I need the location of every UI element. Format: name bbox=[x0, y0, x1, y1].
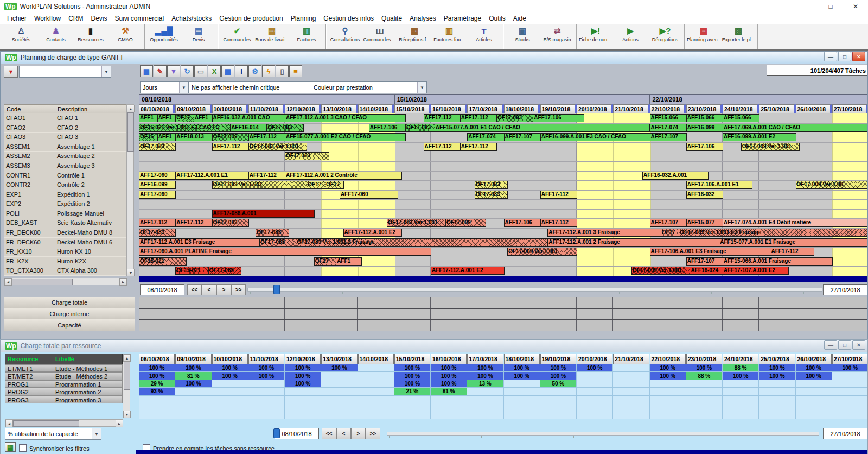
resource-row-code[interactable]: CFAO2 bbox=[4, 123, 55, 133]
gantt-bar[interactable]: OF17-083 bbox=[212, 219, 249, 227]
gantt-scroll-next-button[interactable]: > bbox=[216, 284, 231, 295]
resource-row-description[interactable]: Deckel-Maho DMU 6 bbox=[55, 238, 126, 248]
print-icon[interactable]: ▭ bbox=[194, 65, 207, 77]
scrollbar-thumb[interactable] bbox=[13, 420, 79, 427]
resource-row-description[interactable]: Expédition 2 bbox=[55, 199, 126, 209]
menu-aide[interactable]: Aide bbox=[509, 14, 530, 23]
document-icon[interactable]: ▯ bbox=[276, 65, 289, 77]
gantt-bar[interactable]: AFF17-074.A.001 E4 Débit matière bbox=[723, 219, 867, 227]
scroll-up-icon[interactable]: ▲ bbox=[123, 354, 131, 362]
close-button[interactable]: ✕ bbox=[852, 52, 865, 61]
gantt-bar[interactable]: OF15-021 bbox=[175, 267, 209, 275]
charge-scroll-last-button[interactable]: >> bbox=[366, 428, 380, 439]
charge-scroll-first-button[interactable]: << bbox=[322, 428, 336, 439]
gantt-bar[interactable]: AFF16-099.A.001 E2 bbox=[723, 133, 796, 141]
gantt-bar[interactable]: AFF17-106 bbox=[686, 143, 723, 151]
gantt-bar[interactable]: AFF16-099 bbox=[686, 124, 723, 132]
critical-flash-icon[interactable]: ϟ bbox=[262, 65, 275, 77]
gantt-bar[interactable]: OF17 bbox=[307, 181, 326, 189]
gantt-bar[interactable]: AFF17-107 bbox=[504, 133, 541, 141]
gantt-bar[interactable]: AFF17-107.A.001 E2 bbox=[723, 267, 789, 275]
gantt-bar[interactable]: OF17 bbox=[325, 181, 344, 189]
scroll-down-icon[interactable]: ▼ bbox=[123, 411, 131, 418]
gantt-bar[interactable]: AFF17-112.A.001 E2 bbox=[343, 229, 403, 237]
gantt-bar[interactable]: AFF17-074 bbox=[467, 133, 504, 141]
toolbar-button-articles[interactable]: TArticles bbox=[467, 24, 501, 49]
gantt-bar[interactable]: AFF17-112 bbox=[212, 143, 249, 151]
gantt-bar[interactable]: OF17-083 bbox=[405, 124, 435, 132]
gantt-bar[interactable]: OF17-083 bbox=[266, 124, 303, 132]
gantt-bar[interactable]: OF17-083 bbox=[139, 143, 176, 151]
gantt-bar[interactable]: AFF17-112.A.001 E2 bbox=[431, 267, 505, 275]
gantt-bar[interactable]: AFF17-112 bbox=[175, 219, 212, 227]
save-icon[interactable]: ▼ bbox=[167, 65, 180, 77]
gantt-bar[interactable]: AFF17-107 bbox=[650, 133, 687, 141]
toolbar-button-contacts[interactable]: ♟Contacts bbox=[39, 24, 73, 49]
gantt-bar[interactable]: AFF17-112.A.001 E1 bbox=[175, 172, 249, 180]
toolbar-button-soci-t-s[interactable]: ♙Sociétés bbox=[4, 24, 39, 49]
maximize-button[interactable]: □ bbox=[838, 340, 851, 350]
gantt-bar[interactable]: AFF17-112 bbox=[248, 133, 285, 141]
gantt-bar[interactable]: OF17-009 Ver 1.001 bbox=[741, 143, 800, 151]
scroll-right-icon[interactable]: ► bbox=[116, 420, 123, 427]
charge-row-code[interactable]: PROG2 bbox=[5, 388, 53, 395]
gantt-window-titlebar[interactable]: Wp Planning de charge de type GANTT — □ … bbox=[1, 52, 867, 64]
gantt-bar[interactable]: OF17-009 bbox=[212, 133, 249, 141]
resource-table-vscrollbar[interactable]: ▲▼ bbox=[126, 104, 134, 276]
gantt-bar[interactable]: AFF15-077.A.001 E1 Fraisage bbox=[719, 238, 867, 247]
close-button[interactable]: ✕ bbox=[843, 0, 868, 13]
gantt-bar[interactable]: AFF1 bbox=[139, 114, 158, 122]
menu-fichier[interactable]: Fichier bbox=[3, 14, 30, 23]
resource-row-description[interactable]: Deckel-Maho DMU 8 bbox=[55, 228, 126, 238]
gantt-bar[interactable]: OF17-083 bbox=[475, 191, 508, 199]
gantt-bar[interactable]: AFF15-077.A.001 E2 CAO / CFAO bbox=[285, 133, 406, 141]
gantt-bar[interactable]: AFF18-013 bbox=[175, 133, 212, 141]
gantt-filter-combo[interactable]: ▼ bbox=[19, 66, 111, 78]
resource-row-description[interactable]: Huron K2X bbox=[55, 257, 126, 267]
menu-gestion-de-production[interactable]: Gestion de production bbox=[215, 14, 286, 23]
charge-table-hscrollbar[interactable]: ◄► bbox=[5, 419, 123, 427]
gantt-bar[interactable]: OF17 bbox=[314, 257, 336, 266]
gantt-timeline-slider-thumb[interactable] bbox=[273, 285, 280, 294]
resource-row-description[interactable]: CFAO 2 bbox=[55, 123, 126, 133]
gantt-bar[interactable]: AFF17-112 bbox=[424, 143, 461, 151]
resource-row-description[interactable]: CTX Alpha 300 bbox=[55, 266, 126, 276]
gantt-bar[interactable]: AFF17-106.A.001 E1 bbox=[686, 181, 752, 189]
gantt-bar[interactable]: OF17-083 bbox=[259, 238, 296, 247]
gantt-bar[interactable]: AFF17-106 bbox=[369, 124, 406, 132]
resource-row-description[interactable]: Polissage Manuel bbox=[55, 209, 126, 219]
charge-row-code[interactable]: ET/MET1 bbox=[5, 364, 53, 372]
gantt-bar[interactable]: OF17-083 Ver 1.001 bbox=[248, 143, 308, 151]
period-combo[interactable]: Jours▼ bbox=[140, 81, 189, 93]
gantt-bar[interactable]: AFF16-099.A.001 E3 CAO / CFAO bbox=[540, 133, 650, 141]
gantt-bar[interactable]: AFF16-032 bbox=[686, 191, 723, 199]
gantt-bar[interactable]: AFF17-060 bbox=[139, 191, 176, 199]
gantt-bar[interactable]: OF17-083 Ver 1.001 bbox=[387, 219, 446, 227]
gantt-bar[interactable]: AFF17-112 bbox=[540, 191, 577, 199]
gantt-scroll-prev-button[interactable]: < bbox=[202, 284, 216, 295]
gantt-bar[interactable]: AFF1 bbox=[336, 257, 362, 266]
toolbar-button-factures[interactable]: ▥Factures bbox=[289, 24, 324, 49]
resource-row-code[interactable]: POLI bbox=[4, 209, 55, 219]
toolbar-button-devis[interactable]: ▤Devis bbox=[181, 24, 216, 49]
resource-row-description[interactable]: Expédition 1 bbox=[55, 190, 126, 200]
gantt-bar[interactable]: AFF1 bbox=[157, 133, 176, 141]
gantt-bar[interactable]: AFF17-112 bbox=[770, 248, 814, 256]
gantt-bar[interactable]: AFF17-112.A.001 2 Fraisage bbox=[547, 238, 719, 247]
charge-timeline-slider-track[interactable] bbox=[387, 432, 819, 436]
gantt-bar[interactable]: OF17-083 bbox=[139, 229, 176, 237]
gantt-bar[interactable]: AFF17-086.A.001 bbox=[212, 210, 315, 218]
resource-row-description[interactable]: Assemblage 2 bbox=[55, 152, 126, 161]
scrollbar-thumb[interactable] bbox=[127, 112, 134, 152]
gantt-bar[interactable]: OF17-083 bbox=[256, 229, 289, 237]
gantt-bar[interactable]: AFF17-112 bbox=[424, 114, 461, 122]
gantt-bar[interactable]: OF15-021 Ver 1.001 E3 CAO / C bbox=[139, 124, 231, 132]
scrollbar-thumb[interactable] bbox=[124, 362, 130, 390]
charge-row-code[interactable]: PROG1 bbox=[5, 380, 53, 388]
resource-row-code[interactable]: EXP2 bbox=[4, 199, 55, 209]
sync-filters-checkbox[interactable]: Synchroniser les filtres bbox=[19, 443, 138, 452]
resource-row-code[interactable]: CFAO1 bbox=[4, 114, 55, 123]
toolbar-button-e-s-magasin[interactable]: ⇄E/S magasin bbox=[540, 24, 575, 49]
resource-row-code[interactable]: ASSEM2 bbox=[4, 152, 55, 161]
toolbar-button-stocks[interactable]: ▣Stocks bbox=[505, 24, 540, 49]
